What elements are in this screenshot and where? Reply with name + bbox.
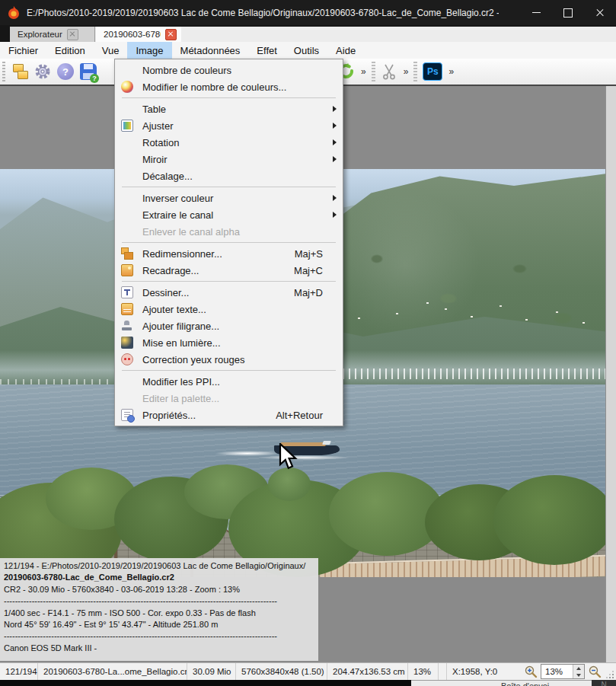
background-app-icon: N <box>592 680 616 686</box>
menu-item-proprietes[interactable]: Propriétés... Alt+Retour <box>115 407 343 423</box>
photo-tree-canopy <box>493 475 605 565</box>
bottom-background-strip: Boîte d'envoi N <box>0 680 616 686</box>
zoom-spin-down[interactable] <box>573 672 584 678</box>
gear-icon <box>34 62 52 81</box>
menu-item-label: Nombre de couleurs <box>142 65 337 76</box>
menu-vue[interactable]: Vue <box>94 42 128 59</box>
blank-icon-slot <box>120 64 136 76</box>
status-dimensions: 5760x3840x48 (1.50) <box>236 663 327 680</box>
crop-icon <box>121 264 133 276</box>
menu-image[interactable]: Image <box>127 42 171 59</box>
menu-aide[interactable]: Aide <box>327 42 364 59</box>
zoom-spin-up[interactable] <box>573 665 584 672</box>
zoom-in-icon[interactable] <box>524 665 538 678</box>
menu-item-label: Table <box>142 104 337 115</box>
resize-grip[interactable] <box>606 671 614 678</box>
menu-item-decalage[interactable]: Décalage... <box>115 168 343 184</box>
zoom-out-icon[interactable] <box>588 665 602 678</box>
overlay-line: Canon EOS 5D Mark III - <box>4 643 314 654</box>
minimize-button[interactable] <box>520 0 552 25</box>
tab-close-icon[interactable] <box>67 29 78 40</box>
status-filename: 20190603-6780-La...ome_Bellagio.cr2 <box>38 663 187 680</box>
close-button[interactable] <box>584 0 616 25</box>
tab-explorateur[interactable]: Explorateur <box>10 27 95 42</box>
toolbar-overflow-chevron[interactable]: » <box>401 66 412 77</box>
menu-item-correction-yeux-rouges[interactable]: Correction yeux rouges <box>115 351 343 368</box>
cut-button[interactable] <box>378 61 401 82</box>
status-filesize: 30.09 Mio <box>187 663 236 680</box>
background-dark-area <box>0 680 411 686</box>
menu-item-modifier-ppi[interactable]: Modifier les PPI... <box>115 373 343 390</box>
menu-item-extraire-canal[interactable]: Extraire le canal <box>115 206 343 223</box>
menu-item-ajouter-filigrane[interactable]: Ajouter filigrane... <box>115 317 343 334</box>
scissors-icon <box>380 62 398 81</box>
toolbar-overflow-chevron[interactable]: » <box>445 66 457 77</box>
status-print-size: 204.47x136.53 cm <box>327 663 408 680</box>
background-window-label: Boîte d'envoi <box>501 681 549 686</box>
photo-boat-wake <box>259 455 350 460</box>
menu-item-ajuster[interactable]: Ajuster <box>115 117 343 134</box>
menu-item-dessiner[interactable]: Dessiner... Maj+D <box>115 284 343 301</box>
menu-separator <box>122 281 336 282</box>
zoom-spin-arrows <box>573 665 584 678</box>
settings-button[interactable] <box>31 61 54 82</box>
overlay-filename: 20190603-6780-Lac_de_Come_Bellagio.cr2 <box>4 572 314 583</box>
submenu-arrow-icon <box>333 139 337 145</box>
browser-button[interactable] <box>8 61 31 82</box>
menu-item-recadrage[interactable]: Recadrage... Maj+C <box>115 262 343 279</box>
submenu-arrow-icon <box>333 212 337 218</box>
toolbar-separator <box>413 62 417 81</box>
menu-item-miroir[interactable]: Miroir <box>115 151 343 168</box>
menu-separator <box>122 97 336 98</box>
zoom-value[interactable]: 13% <box>541 665 573 678</box>
menu-effet[interactable]: Effet <box>248 42 286 59</box>
color-depth-icon <box>121 81 133 93</box>
save-button[interactable]: ? <box>77 61 100 82</box>
toolbar-separator <box>372 62 375 81</box>
menu-item-inverser-couleur[interactable]: Inverser couleur <box>115 190 343 206</box>
menu-item-nombre-de-couleurs[interactable]: Nombre de couleurs <box>115 62 343 78</box>
menu-item-label: Rotation <box>142 137 337 148</box>
tab-image-file[interactable]: 20190603-6780... <box>96 27 181 42</box>
tab-bar: Explorateur 20190603-6780... <box>0 25 616 42</box>
menu-item-table[interactable]: Table <box>115 101 343 117</box>
menu-item-ajouter-texte[interactable]: Ajouter texte... <box>115 301 343 317</box>
menu-item-shortcut: Alt+Retour <box>276 410 337 421</box>
status-bar: 121/194 20190603-6780-La...ome_Bellagio.… <box>0 662 616 680</box>
overlay-divider: ----------------------------------------… <box>4 595 314 607</box>
tab-close-icon[interactable] <box>165 29 177 40</box>
mouse-cursor <box>279 443 298 474</box>
zoom-spinbox[interactable]: 13% <box>541 664 585 679</box>
help-button[interactable]: ? <box>54 61 77 82</box>
photoshop-icon: Ps <box>423 62 442 81</box>
title-bar: E:/Photos/2010-2019/2019/20190603 Lac de… <box>0 0 616 25</box>
menu-item-label: Redimensionner... <box>142 248 295 260</box>
menu-item-label: Miroir <box>142 154 337 165</box>
window-controls <box>520 0 616 25</box>
menu-outils[interactable]: Outils <box>286 42 327 59</box>
menu-item-shortcut: Maj+C <box>294 265 337 276</box>
background-window-titlebar: Boîte d'envoi <box>411 680 616 686</box>
xnview-logo-icon <box>7 6 21 20</box>
menu-item-mise-en-lumiere[interactable]: Mise en lumière... <box>115 334 343 351</box>
open-in-photoshop-button[interactable]: Ps <box>420 61 445 82</box>
watermark-icon <box>121 320 133 332</box>
overlay-line: 121/194 - E:/Photos/2010-2019/2019/20190… <box>4 560 314 572</box>
tab-label: 20190603-6780... <box>104 30 161 39</box>
maximize-button[interactable] <box>552 0 584 25</box>
menu-item-label: Dessiner... <box>142 287 294 298</box>
properties-icon <box>121 409 133 421</box>
menu-item-label: Décalage... <box>142 171 337 182</box>
menu-item-redimensionner[interactable]: Redimensionner... Maj+S <box>115 245 343 262</box>
menu-fichier[interactable]: Fichier <box>0 42 46 59</box>
menu-edition[interactable]: Edition <box>46 42 94 59</box>
menu-item-modifier-nombre-couleurs[interactable]: Modifier le nombre de couleurs... <box>115 78 343 95</box>
toolbar-overflow-chevron[interactable]: » <box>358 66 369 77</box>
menu-item-rotation[interactable]: Rotation <box>115 134 343 151</box>
red-eye-icon <box>121 353 133 365</box>
overlay-line: CR2 - 30.09 Mio - 5760x3840 - 03-06-2019… <box>4 584 314 595</box>
submenu-arrow-icon <box>333 195 337 201</box>
window-title: E:/Photos/2010-2019/2019/20190603 Lac de… <box>27 8 499 18</box>
toolbar-drag-handle[interactable] <box>2 62 5 81</box>
menu-metadonnees[interactable]: Métadonnées <box>172 42 249 59</box>
